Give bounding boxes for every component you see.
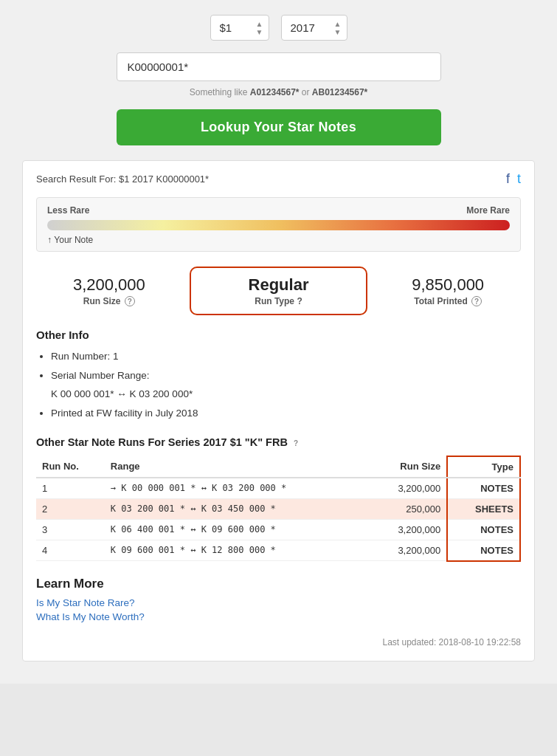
cell-type: SHEETS bbox=[447, 498, 520, 519]
rarity-bar-container: Less Rare More Rare Your Note bbox=[36, 197, 521, 252]
cell-run-no: 3 bbox=[36, 519, 105, 540]
run-size-label: Run Size ? bbox=[36, 296, 182, 306]
run-type-block: Regular Run Type ? bbox=[190, 267, 368, 315]
year-select[interactable]: 2013 2014 2017 2017A 2021 bbox=[281, 15, 347, 41]
cell-type: NOTES bbox=[447, 540, 520, 561]
cell-range: K 03 200 001 * ↔ K 03 450 000 * bbox=[105, 498, 370, 519]
learn-more-section: Learn More Is My Star Note Rare? What Is… bbox=[36, 577, 521, 622]
list-item: Run Number: 1 bbox=[51, 347, 521, 366]
col-type: Type bbox=[447, 456, 520, 478]
social-icons: f t bbox=[506, 171, 521, 187]
last-updated: Last updated: 2018-08-10 19:22:58 bbox=[36, 637, 521, 647]
rarity-bar bbox=[47, 220, 510, 230]
denomination-select[interactable]: $1 $2 $5 $10 $20 $50 $100 bbox=[210, 15, 269, 41]
table-row: 1 → K 00 000 001 * ↔ K 03 200 000 * 3,20… bbox=[36, 478, 520, 499]
year-wrapper: 2013 2014 2017 2017A 2021 ▲ ▼ bbox=[281, 15, 347, 41]
total-printed-help-icon[interactable]: ? bbox=[471, 296, 482, 306]
other-info-title: Other Info bbox=[36, 329, 521, 341]
serial-input[interactable] bbox=[117, 52, 441, 81]
other-runs-help-icon[interactable]: ? bbox=[294, 439, 298, 447]
results-header: Search Result For: $1 2017 K00000001* f … bbox=[36, 171, 521, 187]
facebook-icon[interactable]: f bbox=[506, 171, 510, 187]
col-range: Range bbox=[105, 456, 370, 478]
runs-table-body: 1 → K 00 000 001 * ↔ K 03 200 000 * 3,20… bbox=[36, 478, 520, 561]
cell-run-size: 250,000 bbox=[370, 498, 448, 519]
denomination-wrapper: $1 $2 $5 $10 $20 $50 $100 ▲ ▼ bbox=[210, 15, 269, 41]
table-row: 4 K 09 600 001 * ↔ K 12 800 000 * 3,200,… bbox=[36, 540, 520, 561]
list-item: Printed at FW facility in July 2018 bbox=[51, 404, 521, 423]
learn-more-link-2[interactable]: What Is My Note Worth? bbox=[36, 611, 521, 622]
col-run-no: Run No. bbox=[36, 456, 105, 478]
total-printed-value: 9,850,000 bbox=[375, 275, 521, 295]
cell-range: K 09 600 001 * ↔ K 12 800 000 * bbox=[105, 540, 370, 561]
hint-text: Something like A01234567* or AB01234567* bbox=[22, 87, 535, 97]
total-printed-block: 9,850,000 Total Printed ? bbox=[375, 275, 521, 306]
twitter-icon[interactable]: t bbox=[517, 171, 521, 187]
serial-input-wrapper bbox=[22, 52, 535, 81]
cell-run-no: 2 bbox=[36, 498, 105, 519]
other-info-list: Run Number: 1 Serial Number Range:K 00 0… bbox=[36, 347, 521, 423]
cell-range: → K 00 000 001 * ↔ K 03 200 000 * bbox=[105, 478, 370, 499]
more-rare-label: More Rare bbox=[466, 205, 510, 216]
col-run-size: Run Size bbox=[370, 456, 448, 478]
hint-example1: A01234567* bbox=[250, 87, 300, 97]
run-size-value: 3,200,000 bbox=[36, 275, 182, 295]
rarity-labels: Less Rare More Rare bbox=[47, 205, 510, 216]
run-size-help-icon[interactable]: ? bbox=[125, 296, 135, 306]
other-info-section: Other Info Run Number: 1 Serial Number R… bbox=[36, 329, 521, 423]
other-runs-title: Other Star Note Runs For Series 2017 $1 … bbox=[36, 436, 521, 448]
cell-run-no: 1 bbox=[36, 478, 105, 499]
stats-row: 3,200,000 Run Size ? Regular Run Type ? … bbox=[36, 264, 521, 318]
learn-more-title: Learn More bbox=[36, 577, 521, 591]
run-type-help-icon[interactable]: ? bbox=[297, 296, 302, 306]
cell-type: NOTES bbox=[447, 478, 520, 499]
total-printed-label: Total Printed ? bbox=[375, 296, 521, 306]
table-row: 3 K 06 400 001 * ↔ K 09 600 000 * 3,200,… bbox=[36, 519, 520, 540]
search-result-label: Search Result For: $1 2017 K00000001* bbox=[36, 173, 209, 185]
less-rare-label: Less Rare bbox=[47, 205, 89, 216]
run-type-value: Regular bbox=[206, 275, 352, 295]
run-type-label: Run Type ? bbox=[206, 296, 352, 306]
other-runs-section: Other Star Note Runs For Series 2017 $1 … bbox=[36, 436, 521, 562]
top-controls: $1 $2 $5 $10 $20 $50 $100 ▲ ▼ 2013 2014 … bbox=[22, 15, 535, 41]
runs-table: Run No. Range Run Size Type 1 → K 00 000… bbox=[36, 456, 521, 562]
page-wrapper: $1 $2 $5 $10 $20 $50 $100 ▲ ▼ 2013 2014 … bbox=[0, 0, 557, 684]
cell-run-no: 4 bbox=[36, 540, 105, 561]
your-note-label: Your Note bbox=[47, 235, 510, 245]
lookup-button[interactable]: Lookup Your Star Notes bbox=[117, 109, 441, 145]
cell-run-size: 3,200,000 bbox=[370, 478, 448, 499]
list-item: Serial Number Range:K 00 000 001* ↔ K 03… bbox=[51, 366, 521, 404]
cell-range: K 06 400 001 * ↔ K 09 600 000 * bbox=[105, 519, 370, 540]
hint-example2: AB01234567* bbox=[312, 87, 367, 97]
table-row: 2 K 03 200 001 * ↔ K 03 450 000 * 250,00… bbox=[36, 498, 520, 519]
cell-type: NOTES bbox=[447, 519, 520, 540]
results-section: Search Result For: $1 2017 K00000001* f … bbox=[22, 160, 535, 662]
cell-run-size: 3,200,000 bbox=[370, 519, 448, 540]
table-header-row: Run No. Range Run Size Type bbox=[36, 456, 520, 478]
run-size-block: 3,200,000 Run Size ? bbox=[36, 275, 182, 306]
cell-run-size: 3,200,000 bbox=[370, 540, 448, 561]
learn-more-link-1[interactable]: Is My Star Note Rare? bbox=[36, 597, 521, 608]
